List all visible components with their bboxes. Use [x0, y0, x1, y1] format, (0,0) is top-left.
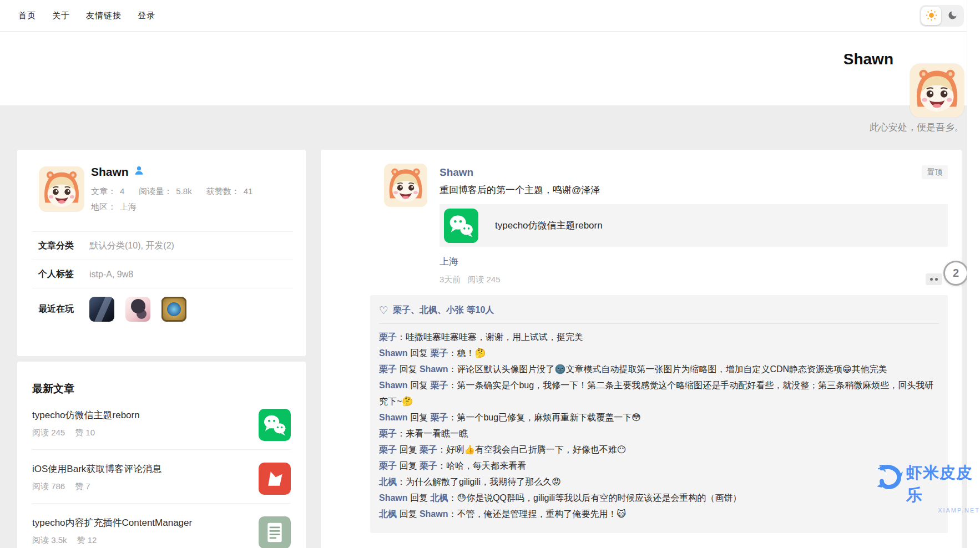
recent-posts-list: typecho仿微信主题reborn阅读 245赞 10iOS使用Bark获取博…	[32, 396, 291, 548]
profile-detail-rows: 文章分类默认分类(10), 开发(2)个人标签istp-A, 9w8最近在玩	[32, 231, 293, 329]
likes-names[interactable]: 栗子、北枫、小张 等10人	[393, 305, 494, 316]
comment: 栗子 回复 栗子：哈哈，每天都来看看	[379, 458, 939, 474]
sidebar: Shawn 文章：4阅读量：5.8k获赞数：41 地区： 上海 文章分类默认分类…	[17, 150, 306, 548]
recent-post-meta: 阅读 3.5k赞 12	[32, 535, 246, 546]
profile-region: 地区： 上海	[91, 202, 137, 212]
comment-box: ♡ 栗子、北枫、小张 等10人 栗子：哇撒哇塞哇塞哇塞，谢谢，用上试试，挺完美S…	[370, 295, 948, 533]
comment-author-link[interactable]: 栗子	[379, 429, 397, 438]
site-tagline: 此心安处，便是吾乡。	[870, 121, 964, 134]
comment-author-link[interactable]: 栗子	[379, 364, 397, 374]
reply-label: 回复	[408, 348, 431, 358]
recent-games	[89, 297, 186, 322]
light-mode-button[interactable]	[921, 7, 941, 25]
region-value: 上海	[120, 202, 137, 212]
profile-row-label: 最近在玩	[38, 303, 89, 315]
recent-post-meta: 阅读 245赞 10	[32, 428, 246, 438]
comment-text: ：来看一看瞧一瞧	[397, 429, 468, 438]
site-avatar[interactable]	[910, 64, 964, 118]
comment-list: 栗子：哇撒哇塞哇塞哇塞，谢谢，用上试试，挺完美Shawn 回复 栗子：稳！🤔栗子…	[379, 324, 939, 522]
comment-author-link[interactable]: 北枫	[379, 509, 397, 519]
site-title: Shawn	[843, 50, 893, 68]
bark-icon	[259, 463, 291, 495]
recent-post-item[interactable]: iOS使用Bark获取博客评论消息阅读 786赞 7	[32, 450, 291, 504]
comment: Shawn 回复 栗子：第一个bug已修复，麻烦再重新下载覆盖一下😳	[379, 409, 939, 425]
profile-stat: 阅读量：5.8k	[139, 186, 191, 197]
comment-author-link[interactable]: 栗子	[430, 413, 448, 422]
post-author-link[interactable]: Shawn	[440, 166, 473, 179]
comment: Shawn 回复 栗子：稳！🤔	[379, 345, 939, 361]
site-header-banner: Shawn	[0, 32, 980, 105]
person-icon	[134, 165, 144, 179]
profile-name: Shawn	[91, 165, 129, 179]
comment-author-link[interactable]: Shawn	[379, 493, 408, 503]
comment: 栗子 回复 Shawn：评论区默认头像图片没了🌚文章模式自动提取第一张图片为缩略…	[379, 361, 939, 377]
floating-count-badge[interactable]: 2	[943, 261, 968, 286]
post-meta: 3天前 阅读 245	[440, 275, 501, 285]
comment-text: ：评论区默认头像图片没了🌚文章模式自动提取第一张图片为缩略图，增加自定义CDN静…	[448, 364, 887, 374]
nav-item[interactable]: 登录	[138, 11, 155, 21]
recent-post-item[interactable]: typecho内容扩充插件ContentManager阅读 3.5k赞 12	[32, 504, 291, 548]
comment-author-link[interactable]: 栗子	[379, 445, 397, 454]
reply-label: 回复	[397, 364, 420, 374]
comment: 北枫：为什么解散了giligili，我期待了那么久😡	[379, 474, 939, 490]
comment-text: ：不管，俺还是管理捏，重构了俺要先用！😺	[448, 509, 626, 519]
comment-author-link[interactable]: 栗子	[379, 461, 397, 470]
comment-text: ：😓你是说QQ群吗，giligili等我以后有空的时候应该还是会重构的（画饼）	[448, 493, 741, 503]
comment-author-link[interactable]: Shawn	[420, 364, 448, 374]
profile-stats: 文章：4阅读量：5.8k获赞数：41	[91, 186, 252, 197]
comment: 栗子：来看一看瞧一瞧	[379, 425, 939, 442]
post-link-card[interactable]: typecho仿微信主题reborn	[440, 204, 948, 247]
post-card: Shawn 置顶 重回博客后的第一个主题，鸣谢@泽泽 typecho仿微信主题r…	[321, 150, 962, 548]
reply-label: 回复	[408, 493, 431, 503]
more-actions-button[interactable]	[926, 273, 942, 285]
main-nav: 首页关于友情链接登录	[18, 0, 155, 31]
comment-author-link[interactable]: 北枫	[430, 493, 448, 503]
nav-item[interactable]: 友情链接	[86, 11, 122, 21]
comment-text: ：为什么解散了giligili，我期待了那么久😡	[397, 477, 561, 486]
heart-icon: ♡	[379, 305, 388, 316]
comment-author-link[interactable]: Shawn	[379, 348, 408, 358]
comment-author-link[interactable]: 栗子	[430, 348, 448, 358]
document-icon	[259, 516, 291, 548]
likes-row: ♡ 栗子、北枫、小张 等10人	[379, 302, 939, 324]
profile-row-value: 默认分类(10), 开发(2)	[89, 240, 174, 252]
theme-toggle	[920, 5, 964, 27]
nav-item[interactable]: 关于	[52, 11, 70, 21]
dark-mode-button[interactable]	[942, 7, 962, 25]
comment-author-link[interactable]: 栗子	[430, 380, 448, 390]
wechat-icon	[444, 209, 478, 243]
comment-author-link[interactable]: 栗子	[420, 461, 437, 470]
top-navbar: 首页关于友情链接登录	[0, 0, 980, 32]
comment-text: ：第一个bug已修复，麻烦再重新下载覆盖一下😳	[448, 413, 640, 422]
nav-item[interactable]: 首页	[18, 11, 36, 21]
post-author-avatar[interactable]	[384, 164, 427, 207]
comment: 北枫 回复 Shawn：不管，俺还是管理捏，重构了俺要先用！😺	[379, 506, 939, 522]
comment-author-link[interactable]: Shawn	[379, 380, 408, 390]
comment-author-link[interactable]: 北枫	[379, 477, 397, 486]
reply-label: 回复	[408, 413, 431, 422]
reply-label: 回复	[397, 445, 420, 454]
comment-author-link[interactable]: Shawn	[379, 413, 408, 422]
profile-row: 最近在玩	[32, 288, 293, 329]
post-text: 重回博客后的第一个主题，鸣谢@泽泽	[440, 184, 600, 196]
scrollbar[interactable]	[967, 0, 980, 548]
recent-post-item[interactable]: typecho仿微信主题reborn阅读 245赞 10	[32, 396, 291, 450]
recent-post-title: typecho内容扩充插件ContentManager	[32, 516, 246, 529]
sun-icon	[926, 9, 937, 23]
comment: 栗子：哇撒哇塞哇塞哇塞，谢谢，用上试试，挺完美	[379, 329, 939, 345]
game-hearthstone-icon	[161, 297, 186, 322]
profile-avatar	[39, 166, 84, 212]
comment-author-link[interactable]: 栗子	[420, 445, 437, 454]
profile-name-row: Shawn	[91, 165, 144, 179]
recent-posts-title: 最新文章	[32, 362, 291, 396]
post-read-count: 阅读 245	[467, 275, 500, 285]
profile-row-label: 个人标签	[38, 268, 89, 280]
link-card-title: typecho仿微信主题reborn	[495, 219, 603, 232]
comment-text: ：哈哈，每天都来看看	[437, 461, 526, 470]
post-location-link[interactable]: 上海	[440, 255, 458, 268]
comment-author-link[interactable]: Shawn	[420, 509, 448, 519]
game-dark-anime-icon	[89, 297, 114, 322]
comment-author-link[interactable]: 栗子	[379, 332, 397, 342]
comment-text: ：好咧👍有空我会自己折腾一下，好像也不难😶	[437, 445, 627, 454]
moon-icon	[947, 10, 958, 22]
